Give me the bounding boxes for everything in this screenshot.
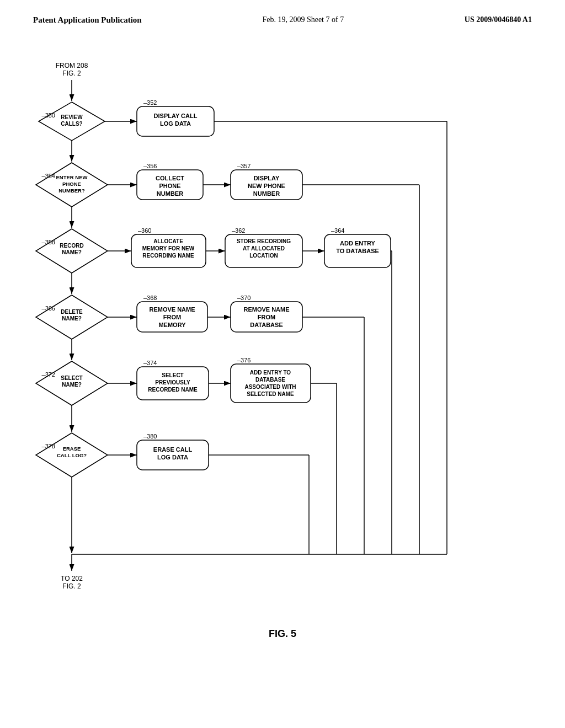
label-370-line2: FROM bbox=[258, 314, 275, 320]
label-354-line2: PHONE bbox=[62, 181, 81, 187]
from208-fig-label: FIG. 2 bbox=[62, 69, 81, 77]
header-patent-number: US 2009/0046840 A1 bbox=[465, 15, 532, 24]
label-376-line1: ADD ENTRY TO bbox=[250, 370, 291, 376]
label-368-line2: FROM bbox=[163, 314, 181, 320]
header-publication-label: Patent Application Publication bbox=[33, 15, 142, 25]
label-374-line1: SELECT bbox=[162, 372, 183, 378]
label-378-id: –378 bbox=[42, 443, 55, 449]
label-360-line1: ALLOCATE bbox=[153, 238, 183, 244]
label-357-line2: NEW PHONE bbox=[248, 183, 285, 189]
label-358-id: –358 bbox=[42, 239, 55, 245]
label-350-line2: CALLS? bbox=[61, 121, 82, 127]
diagram-area: FROM 208 FIG. 2 REVIEW CALLS? –350 DISPL… bbox=[0, 36, 565, 676]
label-350-line1: REVIEW bbox=[61, 114, 83, 120]
label-354-line3: NUMBER? bbox=[58, 188, 85, 194]
to202-label: TO 202 bbox=[61, 575, 83, 582]
label-374-id: –374 bbox=[143, 360, 157, 366]
label-376-line2: DATABASE bbox=[255, 377, 285, 383]
flowchart-svg: FROM 208 FIG. 2 REVIEW CALLS? –350 DISPL… bbox=[0, 36, 565, 676]
label-356-line1: COLLECT bbox=[156, 175, 184, 181]
label-372-id: –372 bbox=[42, 371, 55, 378]
label-352-id: –352 bbox=[143, 99, 157, 106]
label-366-id: –366 bbox=[42, 305, 55, 312]
label-356-id: –356 bbox=[143, 163, 157, 169]
label-357-line1: DISPLAY bbox=[254, 175, 280, 181]
page-header: Patent Application Publication Feb. 19, … bbox=[0, 0, 565, 25]
label-374-line2: PREVIOUSLY bbox=[155, 379, 190, 386]
label-380-line2: LOG DATA bbox=[157, 454, 188, 461]
label-370-line3: DATABASE bbox=[250, 322, 282, 328]
label-368-line1: REMOVE NAME bbox=[149, 306, 195, 313]
label-364-id: –364 bbox=[331, 227, 344, 234]
label-376-line3: ASSOCIATED WITH bbox=[244, 384, 296, 390]
label-350-id: –350 bbox=[42, 112, 55, 119]
to202-fig-label: FIG. 2 bbox=[62, 582, 81, 590]
label-354-line1: ENTER NEW bbox=[56, 174, 88, 180]
label-362-line3: LOCATION bbox=[249, 253, 278, 259]
label-372-line1: SELECT bbox=[61, 375, 82, 381]
label-380-line1: ERASE CALL bbox=[153, 446, 193, 453]
label-357-id: –357 bbox=[237, 163, 250, 169]
label-372-line2: NAME? bbox=[62, 382, 82, 388]
label-368-line3: MEMORY bbox=[158, 322, 186, 328]
label-358-line2: NAME? bbox=[62, 249, 82, 255]
label-352-line2: LOG DATA bbox=[160, 120, 191, 127]
label-366-line1: DELETE bbox=[61, 309, 83, 315]
label-358-line1: RECORD bbox=[60, 243, 83, 249]
label-378-line1: ERASE bbox=[63, 446, 81, 452]
label-378-line2: CALL LOG? bbox=[57, 452, 87, 458]
label-370-id: –370 bbox=[237, 295, 250, 301]
label-357-line3: NUMBER bbox=[253, 190, 280, 197]
label-362-line2: AT ALLOCATED bbox=[243, 245, 285, 251]
label-352-line1: DISPLAY CALL bbox=[154, 113, 198, 119]
label-362-id: –362 bbox=[232, 227, 245, 234]
label-364-line2: TO DATABASE bbox=[336, 248, 379, 254]
label-374-line3: RECORDED NAME bbox=[148, 387, 198, 393]
page: Patent Application Publication Feb. 19, … bbox=[0, 0, 565, 728]
label-370-line1: REMOVE NAME bbox=[243, 306, 289, 313]
label-376-line4: SELECTED NAME bbox=[247, 391, 294, 397]
label-368-id: –368 bbox=[143, 295, 157, 301]
from208-label: FROM 208 bbox=[56, 62, 88, 69]
header-date-sheet: Feb. 19, 2009 Sheet 7 of 7 bbox=[262, 15, 344, 24]
label-356-line3: NUMBER bbox=[157, 190, 183, 197]
label-354-id: –354 bbox=[42, 173, 55, 179]
label-366-line2: NAME? bbox=[62, 315, 82, 322]
label-356-line2: PHONE bbox=[159, 183, 180, 189]
label-360-line2: MEMORY FOR NEW bbox=[142, 245, 195, 251]
label-362-line1: STORE RECORDING bbox=[237, 238, 291, 244]
label-360-id: –360 bbox=[138, 227, 151, 234]
label-376-id: –376 bbox=[237, 357, 250, 363]
label-364-line1: ADD ENTRY bbox=[340, 240, 375, 247]
fig5-label: FIG. 5 bbox=[269, 628, 296, 639]
label-380-id: –380 bbox=[143, 433, 157, 440]
label-360-line3: RECORDING NAME bbox=[142, 253, 194, 259]
